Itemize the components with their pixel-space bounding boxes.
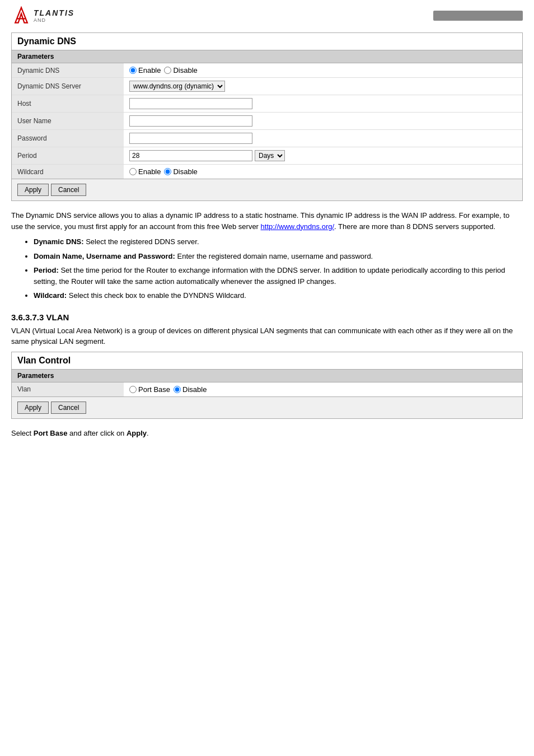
table-row: Password [12, 130, 522, 147]
table-row: Vlan Port Base Disable [12, 382, 522, 396]
wildcard-disable-radio[interactable] [164, 168, 171, 175]
row-value-password [124, 130, 522, 147]
row-label-dns: Dynamic DNS [12, 63, 124, 78]
wildcard-enable-text: Enable [138, 167, 161, 176]
vlan-row-label: Vlan [12, 382, 124, 396]
row-label-wildcard: Wildcard [12, 165, 124, 179]
wildcard-disable-label[interactable]: Disable [164, 167, 197, 176]
row-label-username: User Name [12, 113, 124, 130]
row-value-dns: Enable Disable [124, 63, 522, 78]
description-paragraph: The Dynamic DNS service allows you to al… [11, 210, 523, 232]
vlan-intro: VLAN (Virtual Local Area Network) is a g… [11, 325, 523, 347]
vlan-apply-button[interactable]: Apply [17, 402, 49, 414]
dns-server-select[interactable]: www.dyndns.org (dynamic) [129, 81, 225, 92]
row-value-username [124, 113, 522, 130]
description-section: The Dynamic DNS service allows you to al… [11, 210, 523, 301]
vlan-table: Vlan Port Base Disable [12, 382, 522, 396]
bullet-text-4: Select this check box to enable the DYND… [69, 291, 246, 300]
header: TLANTIS AND [11, 6, 523, 26]
vlan-portbase-label[interactable]: Port Base [129, 385, 170, 394]
dyndns-link[interactable]: http://www.dyndns.org/ [261, 222, 335, 231]
vlan-disable-radio[interactable] [174, 386, 181, 393]
row-value-server: www.dyndns.org (dynamic) [124, 78, 522, 95]
row-label-host: Host [12, 95, 124, 113]
dynamic-dns-section: Dynamic DNS Parameters Dynamic DNS Enabl… [11, 32, 523, 201]
dns-disable-text: Disable [173, 66, 197, 74]
bottom-note-suffix: . [147, 429, 149, 437]
bullet-bold-3: Period: [34, 266, 59, 274]
vlan-row-value: Port Base Disable [124, 382, 522, 396]
vlan-disable-text: Disable [182, 385, 207, 394]
table-row: Dynamic DNS Server www.dyndns.org (dynam… [12, 78, 522, 95]
dns-cancel-button[interactable]: Cancel [51, 184, 86, 196]
dynamic-dns-params-header: Parameters [12, 50, 522, 63]
bottom-note-bold1: Port Base [34, 429, 68, 437]
bottom-note-middle: and after click on [67, 429, 127, 437]
list-item: Wildcard: Select this check box to enabl… [34, 290, 523, 301]
row-value-wildcard: Enable Disable [124, 165, 522, 179]
svg-marker-0 [15, 8, 27, 23]
bullet-bold-1: Dynamic DNS: [34, 237, 84, 246]
vlan-control-title: Vlan Control [12, 352, 522, 370]
period-group: Days [129, 150, 517, 161]
dns-disable-radio[interactable] [164, 67, 171, 74]
bullet-bold-4: Wildcard: [34, 291, 67, 300]
bullet-text-1: Select the registered DDNS server. [86, 237, 199, 246]
bottom-note-bold2: Apply [127, 429, 147, 437]
vlan-section-heading: 3.6.3.7.3 VLAN [11, 312, 523, 322]
period-input[interactable] [129, 150, 252, 161]
vlan-control-section: Vlan Control Parameters Vlan Port Base D… [11, 352, 523, 419]
row-label-period: Period [12, 147, 124, 165]
row-label-password: Password [12, 130, 124, 147]
table-row: Wildcard Enable Disable [12, 165, 522, 179]
vlan-cancel-button[interactable]: Cancel [51, 402, 86, 414]
table-row: Dynamic DNS Enable Disable [12, 63, 522, 78]
dns-enable-text: Enable [138, 66, 161, 74]
wildcard-enable-label[interactable]: Enable [129, 167, 161, 176]
logo-icon [11, 6, 31, 26]
list-item: Domain Name, Username and Password: Ente… [34, 251, 523, 262]
row-value-host [124, 95, 522, 113]
bottom-note-prefix: Select [11, 429, 34, 437]
password-input[interactable] [129, 133, 252, 144]
vlan-portbase-text: Port Base [138, 385, 170, 394]
dns-buttons-row: Apply Cancel [12, 179, 522, 200]
username-input[interactable] [129, 115, 252, 127]
list-item: Dynamic DNS: Select the registered DDNS … [34, 236, 523, 248]
host-input[interactable] [129, 98, 252, 109]
dns-enable-radio[interactable] [129, 67, 137, 74]
dynamic-dns-table: Dynamic DNS Enable Disable [12, 63, 522, 179]
wildcard-enable-radio[interactable] [129, 168, 137, 175]
bullet-text-3: Set the time period for the Router to ex… [34, 266, 505, 286]
table-row: Period Days [12, 147, 522, 165]
row-label-server: Dynamic DNS Server [12, 78, 124, 95]
row-value-period: Days [124, 147, 522, 165]
header-bar [433, 11, 523, 21]
bullet-bold-2: Domain Name, Username and Password: [34, 252, 175, 260]
bullet-list: Dynamic DNS: Select the registered DDNS … [34, 236, 523, 301]
wildcard-disable-text: Disable [173, 167, 197, 176]
logo-text: TLANTIS [34, 8, 74, 17]
vlan-radio-group: Port Base Disable [129, 385, 517, 394]
table-row: Host [12, 95, 522, 113]
table-row: User Name [12, 113, 522, 130]
dns-enable-label[interactable]: Enable [129, 66, 161, 74]
dns-disable-label[interactable]: Disable [164, 66, 197, 74]
bullet-text-2: Enter the registered domain name, userna… [177, 252, 373, 260]
wildcard-radio-group: Enable Disable [129, 167, 517, 176]
list-item: Period: Set the time period for the Rout… [34, 265, 523, 287]
period-unit-select[interactable]: Days [255, 150, 285, 161]
vlan-buttons-row: Apply Cancel [12, 396, 522, 418]
vlan-disable-label[interactable]: Disable [174, 385, 207, 394]
logo: TLANTIS AND [11, 6, 74, 26]
dynamic-dns-title: Dynamic DNS [12, 33, 522, 50]
vlan-params-header: Parameters [12, 370, 522, 382]
vlan-portbase-radio[interactable] [129, 386, 137, 393]
dns-apply-button[interactable]: Apply [17, 184, 49, 196]
bottom-note: Select Port Base and after click on Appl… [11, 428, 523, 439]
dns-radio-group: Enable Disable [129, 66, 517, 74]
